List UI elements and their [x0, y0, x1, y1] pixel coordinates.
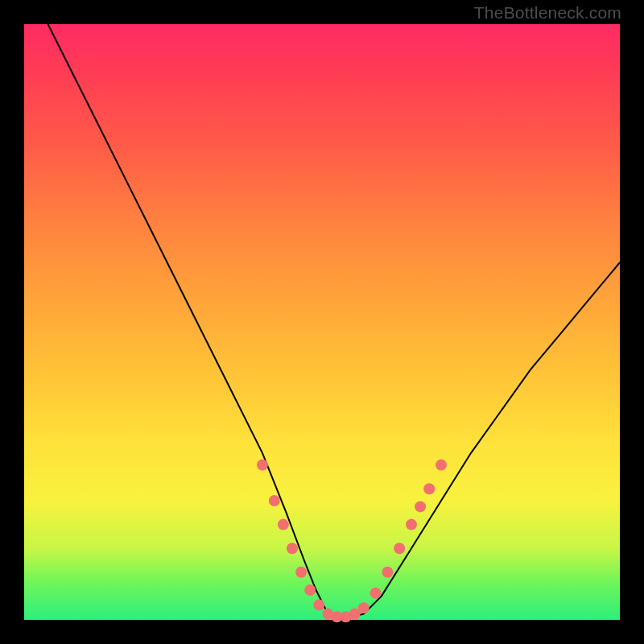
marker-dot: [278, 519, 289, 530]
marker-dot: [382, 567, 393, 578]
marker-dot: [287, 543, 298, 554]
marker-dot: [295, 567, 307, 578]
bottleneck-curve: [48, 24, 620, 617]
highlighted-points: [257, 460, 447, 623]
marker-dot: [436, 460, 447, 471]
marker-dot: [358, 602, 369, 613]
marker-dot: [370, 588, 382, 599]
marker-dot: [406, 519, 417, 530]
marker-dot: [269, 495, 280, 506]
marker-dot: [415, 501, 426, 512]
marker-dot: [394, 543, 405, 554]
chart-frame: TheBottleneck.com: [0, 0, 644, 644]
marker-dot: [257, 460, 268, 471]
watermark-text: TheBottleneck.com: [474, 3, 621, 23]
marker-dot: [313, 600, 324, 611]
plot-area: [24, 24, 620, 620]
marker-dot: [304, 584, 316, 596]
marker-dot: [423, 483, 435, 494]
chart-svg: [24, 24, 620, 620]
